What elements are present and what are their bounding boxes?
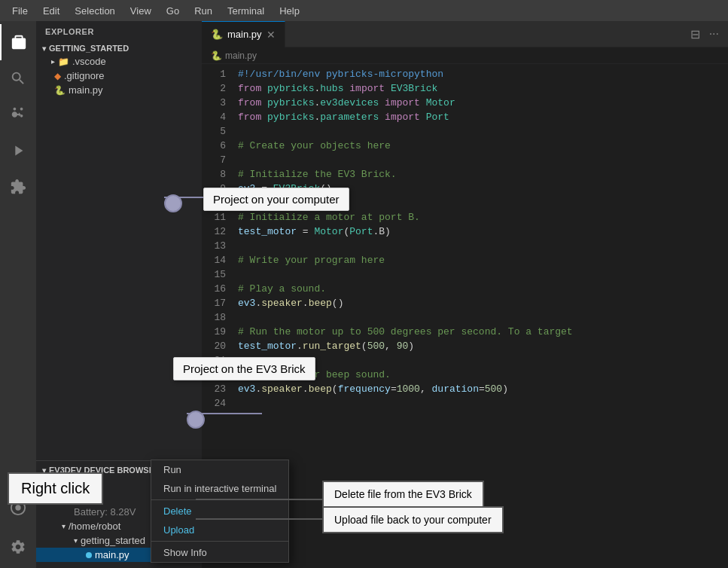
menu-file[interactable]: File bbox=[6, 4, 34, 18]
ctx-delete[interactable]: Delete bbox=[151, 502, 288, 521]
sidebar-item-gitignore[interactable]: ◆ .gitignore bbox=[36, 69, 202, 83]
svg-point-1 bbox=[15, 505, 20, 510]
breadcrumb: 🐍 main.py bbox=[202, 47, 728, 64]
code-line-7: 7 bbox=[202, 153, 728, 167]
ctx-show-info[interactable]: Show Info bbox=[151, 543, 288, 562]
extensions-icon[interactable] bbox=[0, 169, 36, 205]
code-line-15: 15 bbox=[202, 267, 728, 282]
menu-help[interactable]: Help bbox=[273, 4, 306, 18]
sidebar-item-vscode[interactable]: ▸ 📁 .vscode bbox=[36, 54, 202, 69]
split-editor-button[interactable]: ⊟ bbox=[687, 26, 703, 43]
ctx-separator-2 bbox=[151, 541, 288, 542]
code-line-17: 17 ev3.speaker.beep() bbox=[202, 296, 728, 310]
code-line-22: 22 # Play another beep sound. bbox=[202, 368, 728, 382]
tab-bar: 🐍 main.py ✕ ⊟ ··· bbox=[202, 21, 728, 47]
ctx-separator-1 bbox=[151, 499, 288, 500]
ctx-run[interactable]: Run bbox=[151, 460, 288, 479]
code-line-3: 3 from pybricks.ev3devices import Motor bbox=[202, 96, 728, 110]
menu-bar: File Edit Selection View Go Run Terminal… bbox=[0, 0, 728, 21]
tab-close-button[interactable]: ✕ bbox=[267, 29, 276, 41]
tab-mainpy[interactable]: 🐍 main.py ✕ bbox=[202, 21, 285, 47]
breadcrumb-text: main.py bbox=[225, 50, 257, 61]
git-icon: ◆ bbox=[54, 71, 61, 81]
code-line-12: 12 test_motor = Motor(Port.B) bbox=[202, 224, 728, 239]
code-line-1: 1 #!/usr/bin/env pybricks-micropython bbox=[202, 67, 728, 81]
sidebar-section-getting-started[interactable]: ▾ GETTING_STARTED bbox=[36, 42, 202, 54]
folder-icon: 📁 bbox=[58, 56, 69, 67]
ctx-run-interactive[interactable]: Run in interactive terminal bbox=[151, 479, 288, 498]
context-menu: Run Run in interactive terminal Delete U… bbox=[151, 460, 289, 563]
file-status-icon bbox=[86, 552, 92, 558]
menu-go[interactable]: Go bbox=[160, 4, 185, 18]
code-line-16: 16 # Play a sound. bbox=[202, 282, 728, 296]
code-line-21: 21 bbox=[202, 353, 728, 368]
main-layout: EXPLORER ▾ GETTING_STARTED ▸ 📁 .vscode ◆… bbox=[0, 21, 728, 568]
menu-edit[interactable]: Edit bbox=[37, 4, 65, 18]
code-line-2: 2 from pybricks.hubs import EV3Brick bbox=[202, 81, 728, 96]
code-line-14: 14 # Write your program here bbox=[202, 253, 728, 267]
code-line-24: 24 bbox=[202, 396, 728, 411]
tab-label: main.py bbox=[227, 29, 262, 40]
code-line-23: 23 ev3.speaker.beep(frequency=1000, dura… bbox=[202, 382, 728, 396]
python-icon: 🐍 bbox=[54, 85, 65, 96]
code-line-9: 9 ev3 = EV3Brick() bbox=[202, 182, 728, 196]
tab-python-icon: 🐍 bbox=[211, 29, 223, 40]
search-icon[interactable] bbox=[0, 60, 36, 96]
source-control-icon[interactable] bbox=[0, 96, 36, 133]
run-debug-icon[interactable] bbox=[0, 133, 36, 169]
code-line-10: 10 bbox=[202, 196, 728, 210]
connection-status-icon bbox=[58, 481, 64, 487]
code-line-5: 5 bbox=[202, 124, 728, 139]
files-icon[interactable] bbox=[0, 24, 36, 60]
code-line-6: 6 # Create your objects here bbox=[202, 139, 728, 153]
more-actions-button[interactable]: ··· bbox=[706, 26, 722, 42]
code-line-18: 18 bbox=[202, 310, 728, 325]
sidebar-item-mainpy-top[interactable]: 🐍 main.py bbox=[36, 83, 202, 97]
code-line-20: 20 test_motor.run_target(500, 90) bbox=[202, 339, 728, 353]
code-line-19: 19 # Run the motor up to 500 degrees per… bbox=[202, 325, 728, 339]
activity-bar bbox=[0, 21, 36, 568]
menu-view[interactable]: View bbox=[124, 4, 157, 18]
explorer-title: EXPLORER bbox=[36, 21, 202, 39]
tab-actions: ⊟ ··· bbox=[687, 26, 728, 43]
ev3-icon[interactable] bbox=[0, 490, 36, 526]
menu-terminal[interactable]: Terminal bbox=[221, 4, 270, 18]
code-line-11: 11 # Initialize a motor at port B. bbox=[202, 210, 728, 224]
menu-run[interactable]: Run bbox=[188, 4, 218, 18]
settings-icon[interactable] bbox=[0, 529, 36, 565]
ctx-upload[interactable]: Upload bbox=[151, 521, 288, 539]
code-line-4: 4 from pybricks.parameters import Port bbox=[202, 110, 728, 124]
menu-selection[interactable]: Selection bbox=[69, 4, 120, 18]
code-line-13: 13 bbox=[202, 239, 728, 253]
code-line-8: 8 # Initialize the EV3 Brick. bbox=[202, 167, 728, 182]
